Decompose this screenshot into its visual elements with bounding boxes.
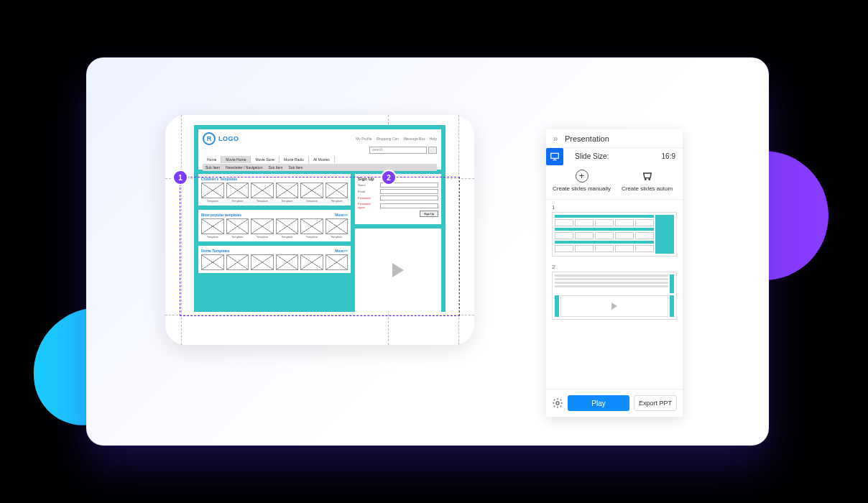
mock-subnav: Sub Item Newsletter / Navigation Sub Ite… — [203, 164, 437, 171]
slide-size-label: Slide Size: — [575, 152, 609, 160]
subnav-item[interactable]: Sub Item — [288, 165, 303, 170]
search-input[interactable]: search — [369, 147, 427, 154]
top-link[interactable]: Message Box — [403, 137, 425, 141]
search-button[interactable] — [428, 147, 437, 154]
create-slides-manually[interactable]: + Create slides manually — [549, 170, 614, 192]
presentation-panel: » Presentation Slide Size: 16:9 + Create… — [546, 129, 683, 417]
slide-item[interactable]: 1 — [552, 204, 677, 257]
slide-number: 2 — [552, 264, 677, 270]
svg-point-0 — [556, 402, 559, 405]
slide-thumb — [552, 272, 677, 320]
panel-title: Presentation — [565, 134, 609, 143]
nav-item[interactable]: All Movies — [309, 156, 335, 163]
nav-item[interactable]: Movie Radio — [280, 156, 309, 163]
action-label: Create slides autom — [622, 185, 673, 192]
collapse-toggle[interactable]: » — [546, 129, 565, 148]
selection-badge-2: 2 — [382, 171, 395, 184]
mock-top-links: My Profile Shopping Cart Message Box Hel… — [356, 137, 437, 141]
export-ppt-button[interactable]: Export PPT — [634, 395, 677, 411]
play-icon — [611, 303, 617, 310]
slide-item[interactable]: 2 — [552, 264, 677, 320]
mock-logo: R LOGO — [203, 132, 239, 145]
selection-badge-1: 1 — [174, 171, 187, 184]
gear-icon[interactable] — [552, 397, 563, 409]
selection-box[interactable] — [180, 177, 460, 316]
logo-text: LOGO — [218, 135, 239, 142]
plus-icon: + — [576, 170, 588, 183]
nav-item[interactable]: Movie Home — [221, 156, 251, 163]
slide-list[interactable]: 1 2 — [546, 200, 683, 389]
create-slides-auto[interactable]: Create slides autom — [614, 170, 680, 192]
subnav-item[interactable]: Sub Item — [268, 165, 282, 170]
top-link[interactable]: Shopping Cart — [376, 137, 399, 141]
slide-number: 1 — [552, 204, 677, 211]
play-button[interactable]: Play — [568, 395, 629, 411]
top-link[interactable]: My Profile — [356, 137, 371, 141]
subnav-item[interactable]: Sub Item — [206, 165, 220, 170]
nav-item[interactable]: Home — [203, 156, 221, 163]
slide-size-value[interactable]: 16:9 — [662, 152, 675, 160]
slide-thumb — [552, 212, 677, 257]
canvas-card: R LOGO My Profile Shopping Cart Message … — [165, 115, 474, 345]
cart-icon — [641, 170, 654, 183]
top-link[interactable]: Help — [430, 137, 437, 141]
app-window: R LOGO My Profile Shopping Cart Message … — [86, 57, 769, 446]
logo-r-icon: R — [203, 132, 216, 145]
mock-nav: Home Movie Home Movie Store Movie Radio … — [203, 156, 437, 163]
mock-header: R LOGO My Profile Shopping Cart Message … — [198, 129, 441, 170]
subnav-item[interactable]: Newsletter / Navigation — [226, 165, 262, 170]
presentation-icon[interactable] — [546, 148, 563, 165]
action-label: Create slides manually — [553, 185, 611, 192]
nav-item[interactable]: Movie Store — [251, 156, 280, 163]
